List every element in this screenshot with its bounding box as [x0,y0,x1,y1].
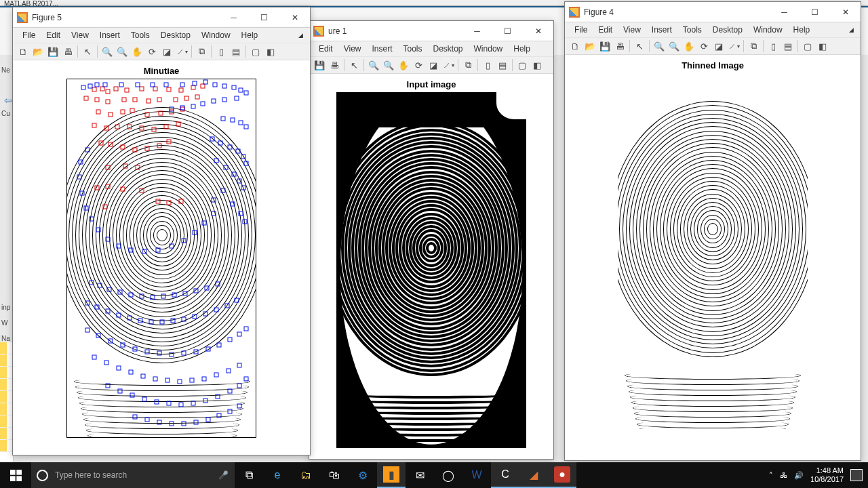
figure-1-titlebar[interactable]: ure 1 ─ ☐ ✕ [309,21,553,41]
colorbar-icon[interactable]: ▯ [480,58,495,73]
taskbar-app-recorder[interactable]: ● [548,462,576,488]
pointer-icon[interactable]: ↖ [80,44,95,59]
tray-chevron-up-icon[interactable]: ˄ [769,471,773,480]
maximize-button[interactable]: ☐ [249,7,279,28]
taskbar-app-store[interactable]: 🛍 [320,462,349,488]
data-cursor-icon[interactable]: ◪ [426,58,441,73]
maximize-button[interactable]: ☐ [800,2,830,22]
menu-view[interactable]: View [66,29,94,41]
dock-icon[interactable]: ◧ [263,44,278,59]
pointer-icon[interactable]: ↖ [632,39,647,54]
taskbar-app-sublime[interactable]: ▮ [377,462,406,488]
zoom-in-icon[interactable]: 🔍 [366,58,381,73]
print-icon[interactable]: 🖶 [612,39,627,54]
menu-help[interactable]: Help [788,24,816,36]
link-icon[interactable]: ⧉ [746,39,761,54]
open-icon[interactable]: 📂 [583,39,597,54]
figure-1-axes[interactable]: Input image [309,74,553,459]
figure-5-toolbar[interactable]: 🗋 📂 💾 🖶 ↖ 🔍 🔍 ✋ ⟳ ◪ ⟋▾ ⧉ ▯ ▤ ▢ ◧ [13,43,310,60]
print-icon[interactable]: 🖶 [60,44,75,59]
taskbar-search[interactable]: Type here to search 🎤 [31,462,235,488]
menu-file[interactable]: File [17,29,41,41]
menu-desktop[interactable]: Desktop [707,24,748,36]
taskbar-app-word[interactable]: W [462,462,491,488]
figure-5-axes[interactable]: Minutiae [13,60,310,455]
figure-5-titlebar[interactable]: Figure 5 ─ ☐ ✕ [13,7,310,28]
link-icon[interactable]: ⧉ [194,44,209,59]
save-icon[interactable]: 💾 [312,58,327,73]
figure-1-toolbar[interactable]: 💾 🖶 ↖ 🔍 🔍 ✋ ⟳ ◪ ⟋▾ ⧉ ▯ ▤ ▢ ◧ [309,56,553,74]
maximize-button[interactable]: ☐ [492,21,523,41]
menu-edit[interactable]: Edit [313,43,338,55]
menu-edit[interactable]: Edit [41,29,66,41]
tray-clock[interactable]: 1:48 AM 10/8/2017 [810,466,844,484]
menu-insert[interactable]: Insert [646,24,677,36]
print-icon[interactable]: 🖶 [327,58,342,73]
menu-insert[interactable]: Insert [366,43,397,55]
figure-1-window[interactable]: ure 1 ─ ☐ ✕ Edit View Insert Tools Deskt… [309,20,554,460]
menu-insert[interactable]: Insert [94,29,125,41]
pan-icon[interactable]: ✋ [396,58,411,73]
brush-icon[interactable]: ⟋▾ [726,39,741,54]
close-button[interactable]: ✕ [523,21,553,41]
rotate3d-icon[interactable]: ⟳ [696,39,711,54]
zoom-in-icon[interactable]: 🔍 [652,39,667,54]
figure-4-menubar[interactable]: File Edit View Insert Tools Desktop Wind… [565,22,861,37]
figure-5-window[interactable]: Figure 5 ─ ☐ ✕ File Edit View Insert Too… [12,7,311,455]
menu-overflow-icon[interactable]: ◢ [849,26,856,33]
zoom-in-icon[interactable]: 🔍 [100,44,115,59]
minimize-button[interactable]: ─ [769,2,800,22]
start-button[interactable] [0,462,31,488]
save-icon[interactable]: 💾 [45,44,60,59]
menu-desktop[interactable]: Desktop [155,29,196,41]
new-figure-icon[interactable]: 🗋 [16,44,31,59]
taskbar-app-mail[interactable]: ✉ [406,462,434,488]
menu-tools[interactable]: Tools [677,24,707,36]
taskbar-app-explorer[interactable]: 🗂 [292,462,320,488]
menu-help[interactable]: Help [508,43,536,55]
menu-file[interactable]: File [569,24,593,36]
menu-window[interactable]: Window [196,29,236,41]
close-button[interactable]: ✕ [279,7,310,28]
zoom-out-icon[interactable]: 🔍 [381,58,396,73]
data-cursor-icon[interactable]: ◪ [711,39,726,54]
close-button[interactable]: ✕ [830,2,861,22]
legend-icon[interactable]: ▤ [495,58,510,73]
rotate3d-icon[interactable]: ⟳ [411,58,426,73]
minimize-button[interactable]: ─ [218,7,249,28]
pan-icon[interactable]: ✋ [682,39,696,54]
figure-4-toolbar[interactable]: 🗋 📂 💾 🖶 ↖ 🔍 🔍 ✋ ⟳ ◪ ⟋▾ ⧉ ▯ ▤ ▢ ◧ [565,37,861,55]
legend-icon[interactable]: ▤ [781,39,795,54]
open-icon[interactable]: 📂 [31,44,45,59]
figure-4-axes[interactable]: Thinned Image [565,55,861,460]
tray-network-icon[interactable]: 🖧 [780,471,787,479]
taskbar-app-camtasia[interactable]: C [491,462,519,488]
pointer-icon[interactable]: ↖ [347,58,361,73]
menu-view[interactable]: View [618,24,646,36]
nav-back-icon[interactable]: ⇦ [4,95,12,106]
brush-icon[interactable]: ⟋▾ [174,44,189,59]
menu-tools[interactable]: Tools [125,29,155,41]
task-view-button[interactable]: ⧉ [235,462,263,488]
taskbar-app-settings[interactable]: ⚙ [349,462,377,488]
colorbar-icon[interactable]: ▯ [766,39,781,54]
menu-view[interactable]: View [338,43,367,55]
dock-icon[interactable]: ◧ [530,58,545,73]
legend-icon[interactable]: ▤ [229,44,243,59]
pan-icon[interactable]: ✋ [130,44,144,59]
system-tray[interactable]: ˄ 🖧 🔊 1:48 AM 10/8/2017 [769,466,868,484]
brush-icon[interactable]: ⟋▾ [441,58,456,73]
hide-tools-icon[interactable]: ▢ [515,58,530,73]
tray-volume-icon[interactable]: 🔊 [794,471,804,480]
rotate3d-icon[interactable]: ⟳ [144,44,159,59]
menu-tools[interactable]: Tools [398,43,428,55]
data-cursor-icon[interactable]: ◪ [159,44,174,59]
menu-edit[interactable]: Edit [593,24,618,36]
dock-icon[interactable]: ◧ [815,39,830,54]
figure-5-menubar[interactable]: File Edit View Insert Tools Desktop Wind… [13,28,310,43]
windows-taskbar[interactable]: Type here to search 🎤 ⧉ e 🗂 🛍 ⚙ ▮ ✉ ◯ W … [0,462,868,488]
link-icon[interactable]: ⧉ [460,58,475,73]
taskbar-app-matlab[interactable]: ◢ [519,462,548,488]
figure-4-window[interactable]: Figure 4 ─ ☐ ✕ File Edit View Insert Too… [564,1,861,461]
action-center-icon[interactable] [850,469,863,481]
